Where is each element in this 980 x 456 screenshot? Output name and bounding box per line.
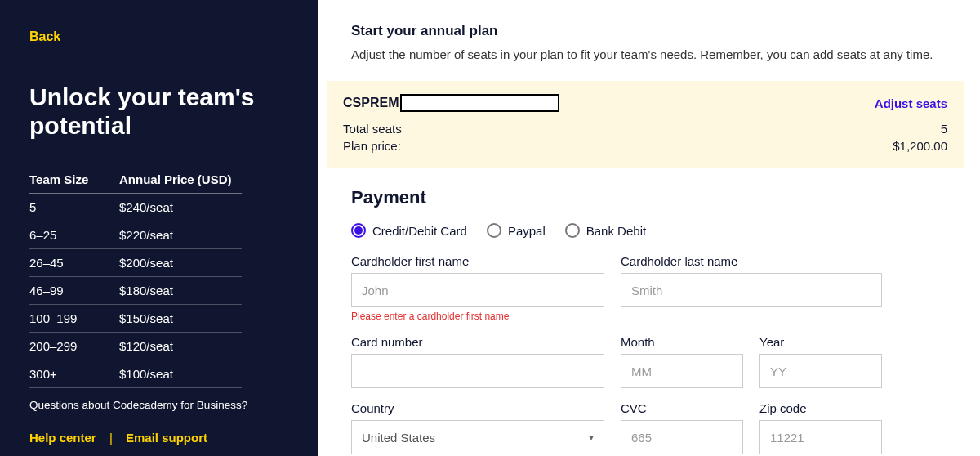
last-name-label: Cardholder last name bbox=[621, 254, 882, 268]
email-support-link[interactable]: Email support bbox=[126, 431, 207, 445]
payment-method-card[interactable]: Credit/Debit Card bbox=[351, 223, 467, 238]
zip-input[interactable] bbox=[760, 420, 882, 454]
radio-icon bbox=[487, 223, 501, 238]
chevron-down-icon: ▾ bbox=[589, 431, 594, 443]
field-cvc: CVC bbox=[621, 401, 743, 454]
payment-method-paypal[interactable]: Paypal bbox=[487, 223, 546, 238]
checkout-main: Start your annual plan Adjust the number… bbox=[318, 0, 980, 456]
footer-question: Questions about Codecademy for Business? bbox=[29, 397, 258, 414]
pricing-table: Team Size Annual Price (USD) 5$240/seat … bbox=[29, 172, 242, 388]
last-name-input[interactable] bbox=[621, 273, 882, 307]
redacted-box bbox=[400, 94, 559, 112]
field-card-number: Card number bbox=[351, 335, 604, 388]
year-label: Year bbox=[760, 335, 882, 349]
page-title: Start your annual plan bbox=[351, 23, 956, 39]
cvc-label: CVC bbox=[621, 401, 743, 415]
radio-icon bbox=[351, 223, 366, 238]
first-name-error: Please enter a cardholder first name bbox=[351, 311, 604, 322]
table-row: 26–45$200/seat bbox=[29, 249, 242, 277]
payment-form: Cardholder first name Please enter a car… bbox=[351, 254, 956, 454]
first-name-input[interactable] bbox=[351, 273, 604, 307]
plan-price-value: $1,200.00 bbox=[893, 139, 947, 153]
field-zip: Zip code bbox=[760, 401, 882, 454]
table-row: 200–299$120/seat bbox=[29, 333, 242, 360]
footer-links: Help center | Email support bbox=[29, 431, 207, 445]
separator: | bbox=[109, 431, 113, 445]
payment-method-group: Credit/Debit Card Paypal Bank Debit bbox=[351, 223, 956, 238]
year-input[interactable] bbox=[760, 354, 882, 388]
payment-heading: Payment bbox=[351, 187, 956, 208]
month-input[interactable] bbox=[621, 354, 743, 388]
total-seats-value: 5 bbox=[941, 122, 947, 136]
table-row: 46–99$180/seat bbox=[29, 277, 242, 305]
help-center-link[interactable]: Help center bbox=[29, 431, 96, 445]
col-team-size: Team Size bbox=[29, 172, 119, 194]
back-link[interactable]: Back bbox=[29, 29, 60, 44]
total-seats-label: Total seats bbox=[343, 122, 402, 136]
card-number-input[interactable] bbox=[351, 354, 604, 388]
field-month: Month bbox=[621, 335, 743, 388]
col-annual-price: Annual Price (USD) bbox=[119, 172, 242, 194]
field-first-name: Cardholder first name Please enter a car… bbox=[351, 254, 604, 322]
plan-summary-card: CSPREM Adjust seats Total seats 5 Plan p… bbox=[327, 81, 964, 168]
plan-price-label: Plan price: bbox=[343, 139, 401, 153]
plan-code: CSPREM bbox=[343, 94, 559, 112]
field-country: Country United States ▾ bbox=[351, 401, 604, 454]
page-description: Adjust the number of seats in your plan … bbox=[351, 46, 956, 63]
payment-method-bank[interactable]: Bank Debit bbox=[565, 223, 646, 238]
adjust-seats-link[interactable]: Adjust seats bbox=[875, 96, 947, 110]
sidebar-title: Unlock your team's potential bbox=[29, 83, 289, 140]
radio-icon bbox=[565, 223, 580, 238]
table-row: 300+$100/seat bbox=[29, 360, 242, 388]
table-row: 5$240/seat bbox=[29, 194, 242, 221]
cvc-input[interactable] bbox=[621, 420, 743, 454]
country-select[interactable]: United States ▾ bbox=[351, 420, 604, 454]
country-label: Country bbox=[351, 401, 604, 415]
table-row: 6–25$220/seat bbox=[29, 221, 242, 249]
field-last-name: Cardholder last name bbox=[621, 254, 882, 322]
card-number-label: Card number bbox=[351, 335, 604, 349]
month-label: Month bbox=[621, 335, 743, 349]
pricing-sidebar: Back Unlock your team's potential Team S… bbox=[0, 0, 318, 456]
table-row: 100–199$150/seat bbox=[29, 305, 242, 333]
field-year: Year bbox=[760, 335, 882, 388]
first-name-label: Cardholder first name bbox=[351, 254, 604, 268]
zip-label: Zip code bbox=[760, 401, 882, 415]
